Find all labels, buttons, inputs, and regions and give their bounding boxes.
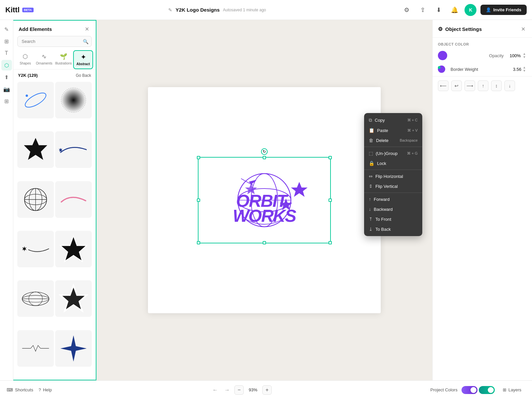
zoom-in-button[interactable]: + <box>262 385 272 395</box>
sidebar-item-edit[interactable]: ✎ <box>1 24 12 35</box>
border-stepper[interactable]: ▲ ▼ <box>522 66 527 72</box>
file-name[interactable]: Y2K Logo Designs <box>176 7 220 13</box>
notifications-button[interactable]: 🔔 <box>449 4 461 16</box>
shapes-icon: ⬡ <box>23 53 28 60</box>
align-top-button[interactable]: ↑ <box>478 80 488 91</box>
align-center-v-button[interactable]: ↕ <box>491 80 502 91</box>
ctx-forward[interactable]: ↑Forward <box>364 194 422 204</box>
element-dark-star-outlined[interactable] <box>55 280 92 317</box>
toggle-teal[interactable] <box>479 386 495 394</box>
handle-mid-left[interactable] <box>197 199 200 202</box>
element-blue-star-swoosh[interactable] <box>55 131 92 168</box>
sidebar-item-upload[interactable]: ⬆ <box>1 72 12 82</box>
close-settings-button[interactable]: ✕ <box>519 25 527 33</box>
sidebar-item-text[interactable]: T <box>1 48 12 59</box>
ctx-to-front[interactable]: ⤒To Front <box>364 214 422 224</box>
invite-friends-button[interactable]: 👤 Invite Friends <box>480 5 527 15</box>
align-right-button[interactable]: ⟶ <box>465 80 475 91</box>
handle-bottom-left[interactable] <box>197 241 200 244</box>
tab-abstract[interactable]: ✦ Abstract <box>73 50 93 69</box>
sidebar-item-grid[interactable]: ⊞ <box>1 96 12 106</box>
illustrations-icon: 🌱 <box>60 53 67 60</box>
ctx-delete[interactable]: 🗑Delete Backspace <box>364 135 422 145</box>
ctx-backward[interactable]: ↓Backward <box>364 204 422 214</box>
element-oval-globe[interactable] <box>17 280 54 317</box>
rotate-handle[interactable]: ↻ <box>261 148 268 155</box>
element-black-star[interactable] <box>17 131 54 168</box>
handle-top-mid[interactable] <box>263 156 266 159</box>
element-orbit-ring[interactable] <box>17 82 54 118</box>
opacity-down[interactable]: ▼ <box>522 56 527 59</box>
bottom-right: Project Colors ⊞ Layers <box>430 385 525 394</box>
topbar: Kittl BETA ✎ Y2K Logo Designs Autosaved … <box>0 0 532 20</box>
tab-illustrations[interactable]: 🌱 Illustrations <box>54 50 73 69</box>
handle-bottom-mid[interactable] <box>263 241 266 244</box>
toggle-dot-teal <box>488 387 494 393</box>
ctx-flip-vertical[interactable]: ⇕Flip Vertical <box>364 181 422 191</box>
sidebar-item-layers[interactable]: ⊞ <box>1 36 12 47</box>
opacity-stepper[interactable]: ▲ ▼ <box>522 52 527 59</box>
bottom-bar: ⌨ Shortcuts ? Help ← → − 93% + Project C… <box>0 380 532 399</box>
toggle-purple[interactable] <box>462 386 477 394</box>
logo-artwork[interactable]: ↻ ORBIT WORKS <box>201 160 328 240</box>
help-label: Help <box>43 387 52 392</box>
ctx-to-back[interactable]: ⤓To Back <box>364 224 422 234</box>
go-back-button[interactable]: Go Back <box>76 73 91 78</box>
opacity-value: 100% <box>510 53 521 58</box>
forward-icon: ↑ <box>369 197 371 202</box>
element-star-swoosh-left[interactable] <box>17 231 54 267</box>
ctx-ungroup[interactable]: ⬚(Un-)Group ⌘ + G <box>364 148 422 158</box>
ctx-lock[interactable]: 🔒Lock <box>364 158 422 168</box>
handle-top-left[interactable] <box>197 156 200 159</box>
layers-button[interactable]: ⊞ Layers <box>499 385 525 394</box>
topbar-center: ✎ Y2K Logo Designs Autosaved 1 minute ag… <box>168 7 266 13</box>
search-input[interactable] <box>17 36 92 47</box>
tab-ornaments[interactable]: ∿ Ornaments <box>35 50 54 69</box>
ctx-paste[interactable]: 📋Paste ⌘ + V <box>364 125 422 135</box>
shapes-label: Shapes <box>20 62 31 65</box>
object-color-swatch[interactable] <box>438 51 447 60</box>
align-left-button[interactable]: ⟵ <box>438 80 449 91</box>
help-button[interactable]: ? Help <box>39 387 52 392</box>
element-pink-swoosh[interactable] <box>55 181 92 218</box>
canvas-background[interactable]: ↻ ORBIT WORKS <box>148 87 381 313</box>
element-halftone-circle[interactable] <box>55 82 92 118</box>
elements-grid <box>13 80 96 380</box>
panel-title: Add Elements <box>19 26 52 32</box>
tab-shapes[interactable]: ⬡ Shapes <box>16 50 35 69</box>
border-down[interactable]: ▼ <box>522 69 527 72</box>
zoom-out-button[interactable]: − <box>234 385 244 395</box>
align-bottom-button[interactable]: ↓ <box>504 80 515 91</box>
keyboard-icon: ⌨ <box>7 387 13 392</box>
topbar-right: ⚙ ⇪ ⬇ 🔔 K 👤 Invite Friends <box>401 4 527 16</box>
category-tabs: ⬡ Shapes ∿ Ornaments 🌱 Illustrations ✦ A… <box>13 50 96 69</box>
ctx-flip-horizontal[interactable]: ⇔Flip Horizontal <box>364 171 422 181</box>
avatar[interactable]: K <box>465 4 476 16</box>
element-globe-wireframe[interactable] <box>17 181 54 218</box>
sidebar-item-photos[interactable]: 📷 <box>1 84 12 94</box>
handle-bottom-right[interactable] <box>329 241 332 244</box>
border-value-wrap: 3.56 ▲ ▼ <box>513 66 527 72</box>
border-weight-value: 3.56 <box>513 67 521 72</box>
download-button[interactable]: ⬇ <box>433 4 445 16</box>
sidebar-item-elements[interactable]: ⬡ <box>1 60 12 70</box>
toggle-dot-purple <box>470 387 476 393</box>
ctx-copy[interactable]: ⧉Copy ⌘ + C <box>364 115 422 125</box>
app-logo: Kittl <box>5 6 20 14</box>
element-line-pulse[interactable] <box>17 330 54 367</box>
border-color-swatch[interactable] <box>438 66 445 73</box>
close-panel-button[interactable]: ✕ <box>83 25 90 33</box>
align-center-h-button[interactable]: ↩ <box>451 80 462 91</box>
topbar-left: Kittl BETA <box>5 6 34 14</box>
settings-button[interactable]: ⚙ <box>401 4 413 16</box>
handle-top-right[interactable] <box>329 156 332 159</box>
opacity-label: Opacity <box>489 53 504 58</box>
prev-page-button[interactable]: ← <box>210 385 220 395</box>
element-bold-star[interactable] <box>55 231 92 267</box>
shortcuts-button[interactable]: ⌨ Shortcuts <box>7 387 33 392</box>
next-page-button[interactable]: → <box>222 385 232 395</box>
element-4point-star[interactable] <box>55 330 92 367</box>
context-menu: ⧉Copy ⌘ + C 📋Paste ⌘ + V 🗑Delete Backspa… <box>364 113 422 236</box>
handle-mid-right[interactable] <box>329 199 332 202</box>
share-button[interactable]: ⇪ <box>417 4 429 16</box>
